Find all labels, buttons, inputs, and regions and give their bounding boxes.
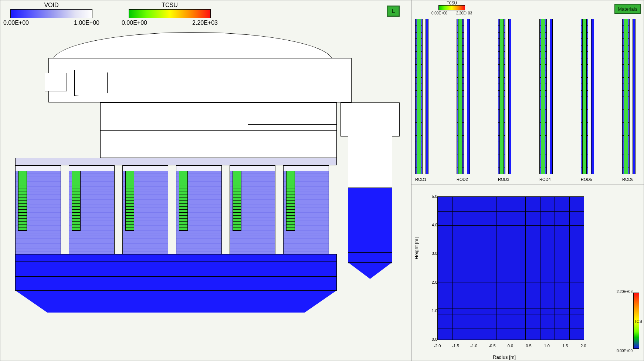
downcomer-liquid xyxy=(348,188,392,254)
field-heatmap-view[interactable]: Height [m] 0.01.02.03.04.05.0 -2.0-1.5-1… xyxy=(411,185,644,361)
vessel-dome xyxy=(52,32,333,62)
x-tick: 1.5 xyxy=(562,344,568,348)
rod-label: ROD6 xyxy=(622,177,640,182)
x-tick: -1.5 xyxy=(452,344,459,348)
main-cross-section-view[interactable]: VOID 0.00E+00 1.00E+00 TCSU 0.00E+00 2.2… xyxy=(0,0,411,361)
tcsu-max: 2.20E+03 xyxy=(192,20,218,26)
core-region xyxy=(15,165,337,254)
x-tick: -1.0 xyxy=(470,344,477,348)
y-tick: 1.0 xyxy=(426,308,437,313)
tcsu-legend-title: TCSU xyxy=(162,2,178,9)
rods-tcsu-legend: TCSU 0.00E+00 2.20E+03 xyxy=(431,1,472,15)
heatmap-plot xyxy=(437,196,584,340)
rod-label: ROD3 xyxy=(498,177,516,182)
heatmap-x-axis: -2.0-1.5-1.0-0.50.00.51.01.52.0 xyxy=(437,342,583,350)
void-colorbar xyxy=(10,9,92,18)
y-tick: 5.0 xyxy=(426,194,437,199)
downcomer-cone xyxy=(348,262,392,279)
fuel-assembly xyxy=(69,165,115,254)
y-tick: 0.0 xyxy=(426,337,437,341)
head-nozzle xyxy=(74,70,108,96)
rod-pair xyxy=(581,19,599,174)
y-tick: 4.0 xyxy=(426,223,437,227)
rods-legend-title: TCSU xyxy=(447,1,457,5)
rod-label: ROD4 xyxy=(539,177,557,182)
lower-head xyxy=(15,290,337,313)
y-tick: 2.0 xyxy=(426,280,437,284)
downcomer-bottom xyxy=(348,252,392,263)
x-tick: 0.5 xyxy=(526,344,531,348)
main-legends: VOID 0.00E+00 1.00E+00 TCSU 0.00E+00 2.2… xyxy=(0,0,221,28)
rod-label: ROD5 xyxy=(581,177,599,182)
materials-button[interactable]: Materials xyxy=(614,4,641,14)
void-min: 0.00E+00 xyxy=(3,20,29,26)
head-flange-left xyxy=(45,73,67,91)
downcomer-neck xyxy=(348,136,392,159)
fuel-assembly xyxy=(283,165,329,254)
l-button[interactable]: L xyxy=(387,6,400,17)
rods-legend-min: 0.00E+00 xyxy=(431,11,447,15)
heatmap-cbar-max: 2.20E+03 xyxy=(617,290,633,294)
fuel-assembly xyxy=(230,165,275,254)
x-tick: 2.0 xyxy=(580,344,586,348)
void-max: 1.00E+00 xyxy=(74,20,99,26)
fuel-assembly xyxy=(122,165,168,254)
rod-pair xyxy=(498,19,516,174)
rod-labels: ROD1ROD2ROD3ROD4ROD5ROD6 xyxy=(415,177,640,182)
void-legend-title: VOID xyxy=(44,2,58,9)
rod-detail-view[interactable]: TCSU 0.00E+00 2.20E+03 Materials ROD1ROD… xyxy=(411,0,644,185)
rod-label: ROD2 xyxy=(457,177,474,182)
heatmap-y-axis: 0.01.02.03.04.05.0 xyxy=(426,196,437,339)
x-tick: -2.0 xyxy=(434,344,441,348)
tcsu-legend: TCSU 0.00E+00 2.20E+03 xyxy=(122,2,218,26)
downcomer-void xyxy=(348,158,392,188)
heatmap-cbar-min: 0.00E+00 xyxy=(617,349,633,353)
x-tick: -0.5 xyxy=(489,344,496,348)
x-tick: 0.0 xyxy=(508,344,513,348)
x-tick: 1.0 xyxy=(544,344,550,348)
lower-plenum xyxy=(15,254,337,291)
fuel-assembly xyxy=(176,165,222,254)
rod-pair xyxy=(415,19,433,174)
rod-pair xyxy=(457,19,474,174)
vessel-diagram xyxy=(15,32,403,346)
rod-pair xyxy=(539,19,557,174)
heatmap-ylabel: Height [m] xyxy=(414,237,419,259)
rod-pair xyxy=(622,19,640,174)
fuel-assembly xyxy=(15,165,61,254)
void-legend: VOID 0.00E+00 1.00E+00 xyxy=(3,2,99,26)
heatmap-xlabel: Radius [m] xyxy=(493,354,516,360)
heatmap-cbar-label: TCS xyxy=(634,319,642,324)
rod-label: ROD1 xyxy=(415,177,433,182)
rods-colorbar xyxy=(438,5,465,10)
tcsu-colorbar xyxy=(129,9,211,18)
upper-internals-divider xyxy=(248,110,337,125)
rods-container xyxy=(415,19,640,174)
tcsu-min: 0.00E+00 xyxy=(122,20,147,26)
upper-core-plate xyxy=(15,158,337,165)
downcomer-upper xyxy=(340,102,400,136)
rods-legend-max: 2.20E+03 xyxy=(456,11,472,15)
y-tick: 3.0 xyxy=(426,251,437,256)
